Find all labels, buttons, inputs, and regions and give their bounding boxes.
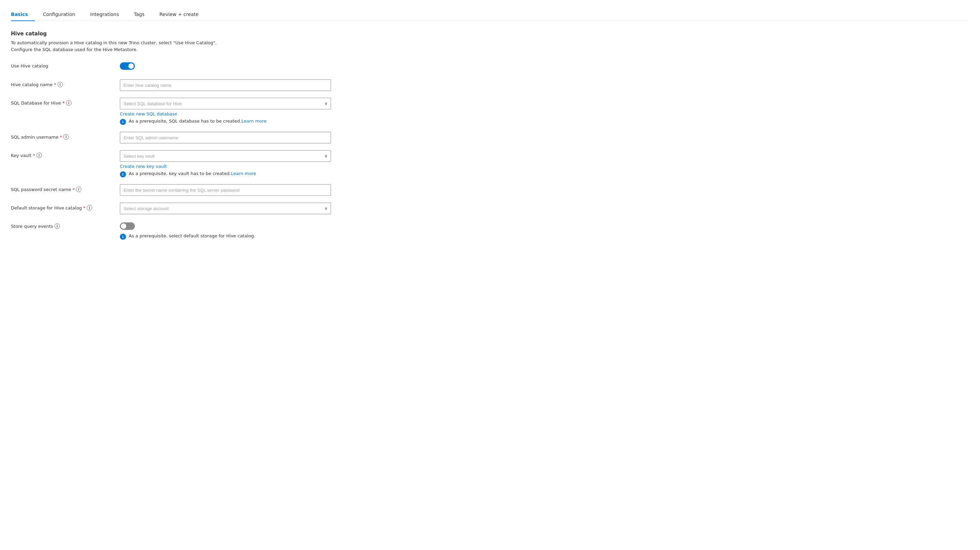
sql-password-secret-label: SQL password secret name * i [11, 184, 120, 192]
store-query-events-toggle[interactable] [120, 223, 135, 230]
tab-configuration[interactable]: Configuration [43, 8, 82, 21]
key-vault-row: Key vault * i Select key vault ∨ Create … [11, 150, 969, 177]
key-vault-select-wrapper: Select key vault ∨ [120, 150, 331, 162]
store-query-events-toggle-thumb [121, 223, 126, 229]
sql-database-label: SQL Database for Hive * i [11, 98, 120, 106]
tab-tags[interactable]: Tags [134, 8, 151, 21]
section-title: Hive catalog [11, 31, 969, 37]
hive-catalog-name-input[interactable] [120, 79, 331, 91]
key-vault-info-circle: i [120, 171, 126, 177]
sql-admin-username-required: * [60, 135, 62, 140]
store-query-events-label: Store query events i [11, 221, 120, 229]
tab-integrations[interactable]: Integrations [90, 8, 126, 21]
sql-password-secret-required: * [73, 187, 75, 192]
use-hive-catalog-toggle-wrapper [120, 61, 331, 70]
tab-bar: Basics Configuration Integrations Tags R… [11, 8, 969, 21]
default-storage-label: Default storage for Hive catalog * i [11, 203, 120, 210]
sql-database-info-circle: i [120, 119, 126, 125]
default-storage-row: Default storage for Hive catalog * i Sel… [11, 203, 969, 214]
sql-database-required: * [62, 100, 65, 106]
use-hive-catalog-control [120, 61, 331, 70]
default-storage-required: * [83, 205, 86, 210]
store-query-events-toggle-wrapper [120, 221, 331, 230]
sql-database-select-wrapper: Select SQL database for Hive ∨ [120, 98, 331, 109]
sql-password-secret-row: SQL password secret name * i [11, 184, 969, 196]
sql-admin-username-row: SQL admin username * i [11, 132, 969, 143]
hive-catalog-name-control [120, 79, 331, 91]
tab-basics[interactable]: Basics [11, 8, 35, 21]
sql-database-control: Select SQL database for Hive ∨ Create ne… [120, 98, 331, 125]
sql-admin-username-label: SQL admin username * i [11, 132, 120, 140]
use-hive-catalog-label: Use Hive catalog [11, 61, 120, 68]
tab-review-create[interactable]: Review + create [159, 8, 205, 21]
hive-catalog-name-label: Hive catalog name * i [11, 79, 120, 87]
create-new-sql-database-link[interactable]: Create new SQL database [120, 111, 177, 116]
sql-admin-username-input[interactable] [120, 132, 331, 143]
sql-admin-username-info-icon[interactable]: i [63, 134, 69, 140]
sql-password-secret-input[interactable] [120, 184, 331, 196]
key-vault-learn-more[interactable]: Learn more [231, 171, 256, 176]
sql-database-info-message: i As a prerequisite, SQL database has to… [120, 119, 331, 125]
hive-catalog-name-row: Hive catalog name * i [11, 79, 969, 91]
toggle-thumb [128, 64, 134, 69]
section-description: To automatically provision a Hive catalo… [11, 40, 222, 53]
store-query-events-row: Store query events i i As a prerequisite… [11, 221, 969, 240]
store-query-events-control: i As a prerequisite, select default stor… [120, 221, 331, 240]
store-query-events-info-message: i As a prerequisite, select default stor… [120, 233, 331, 240]
key-vault-select[interactable]: Select key vault [120, 150, 331, 162]
key-vault-info-icon[interactable]: i [37, 153, 42, 158]
sql-database-info-icon[interactable]: i [66, 100, 72, 106]
default-storage-control: Select storage account ∨ [120, 203, 331, 214]
default-storage-select-wrapper: Select storage account ∨ [120, 203, 331, 214]
sql-database-select[interactable]: Select SQL database for Hive [120, 98, 331, 109]
default-storage-select[interactable]: Select storage account [120, 203, 331, 214]
store-query-events-info-icon[interactable]: i [54, 223, 60, 229]
key-vault-required: * [33, 153, 35, 158]
hive-catalog-name-required: * [54, 82, 56, 87]
key-vault-label: Key vault * i [11, 150, 120, 158]
default-storage-info-icon[interactable]: i [87, 205, 92, 210]
use-hive-catalog-row: Use Hive catalog [11, 61, 969, 73]
key-vault-control: Select key vault ∨ Create new key vault … [120, 150, 331, 177]
sql-password-secret-info-icon[interactable]: i [76, 187, 81, 192]
sql-database-row: SQL Database for Hive * i Select SQL dat… [11, 98, 969, 125]
sql-database-sub-items: Create new SQL database i As a prerequis… [120, 109, 331, 125]
store-query-events-info-circle: i [120, 234, 126, 240]
sql-password-secret-control [120, 184, 331, 196]
sql-database-learn-more[interactable]: Learn more [242, 119, 267, 124]
key-vault-info-message: i As a prerequisite, key vault has to be… [120, 171, 331, 177]
create-new-key-vault-link[interactable]: Create new key vault [120, 164, 167, 169]
key-vault-sub-items: Create new key vault i As a prerequisite… [120, 162, 331, 177]
use-hive-catalog-toggle[interactable] [120, 62, 135, 70]
hive-catalog-name-info-icon[interactable]: i [57, 82, 63, 87]
sql-admin-username-control [120, 132, 331, 143]
